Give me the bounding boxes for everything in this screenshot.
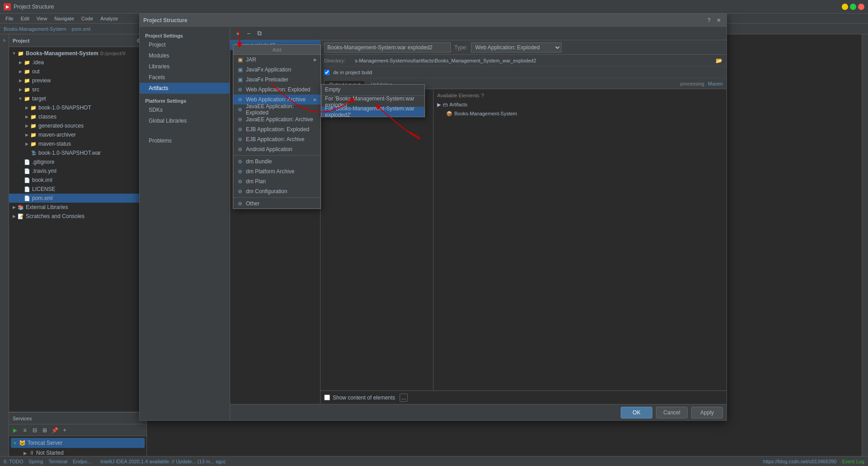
artifact-type-select[interactable]: Web Application: Exploded <box>471 43 561 52</box>
tree-out[interactable]: ▶ 📁 out <box>9 67 146 76</box>
tree-maven-archiver[interactable]: ▶ 📁 maven-archiver <box>9 130 146 139</box>
services-add-btn[interactable]: + <box>61 426 69 434</box>
tree-book-snapshot[interactable]: ▶ 📁 book-1.0-SNAPSHOT <box>9 103 146 112</box>
dropdown-dm-plan[interactable]: ⊕ dm Plan <box>233 176 321 186</box>
not-started-label: Not Started <box>36 450 64 456</box>
menu-analyze[interactable]: Analyze <box>97 15 122 22</box>
tree-maven-status[interactable]: ▶ 📁 maven-status <box>9 139 146 148</box>
tree-scratches[interactable]: ▶ 📝 Scratches and Consoles <box>9 212 146 221</box>
menu-code[interactable]: Code <box>78 15 97 22</box>
tree-target[interactable]: ▼ 📁 target <box>9 94 146 103</box>
ok-button[interactable]: OK <box>621 407 652 418</box>
maximize-button[interactable] <box>850 4 856 10</box>
nav-libraries[interactable]: Libraries <box>140 61 230 72</box>
tree-generated[interactable]: ▶ 📁 generated-sources <box>9 121 146 130</box>
type-label: Type: <box>454 44 467 51</box>
dropdown-javafx-preloader[interactable]: ▣ JavaFx Preloader <box>233 75 321 85</box>
webapp-exploded-icon: ⊕ <box>237 86 243 93</box>
nav-sdks[interactable]: SDKs <box>140 105 230 115</box>
remove-artifact-btn[interactable]: − <box>244 29 254 38</box>
dropdown-other[interactable]: ⊕ Other <box>233 199 321 209</box>
minimize-button[interactable] <box>842 4 848 10</box>
avail-bms-item[interactable]: 📦 Books-Management-System <box>437 109 723 118</box>
title-bar: ▶ Project Structure <box>0 0 868 14</box>
dropdown-android[interactable]: ⊕ Android Application <box>233 144 321 154</box>
tree-external[interactable]: ▶ 📚 External Libraries <box>9 203 146 212</box>
status-todo[interactable]: 6: TODO <box>4 459 24 464</box>
breadcrumb-file[interactable]: pom.xml <box>71 26 90 32</box>
menu-edit[interactable]: Edit <box>17 15 33 22</box>
dropdown-javaee-exploded[interactable]: ⊕ JavaEE Application: Exploded <box>233 105 321 114</box>
services-play-btn[interactable]: ▶ <box>11 426 19 434</box>
tree-license[interactable]: 📄 LICENSE <box>9 185 146 194</box>
nav-problems[interactable]: Problems <box>140 135 230 146</box>
submenu-for-war-exploded2[interactable]: For 'Books-Management-System:war explode… <box>321 107 425 117</box>
cancel-button[interactable]: Cancel <box>656 407 688 418</box>
tree-pom[interactable]: 📄 pom.xml <box>9 194 146 203</box>
status-terminal[interactable]: Terminal <box>48 459 67 464</box>
status-endpo[interactable]: Endpo... <box>73 459 91 464</box>
tomcat-service-item[interactable]: ▼ 🐱 Tomcat Server <box>11 438 145 448</box>
include-build-label: de in project build <box>333 70 372 75</box>
tree-preview[interactable]: ▶ 📁 preview <box>9 76 146 85</box>
tree-gitignore[interactable]: 📄 .gitignore <box>9 157 146 166</box>
services-pin-btn[interactable]: 📌 <box>51 426 59 434</box>
tree-root[interactable]: ▼ 📁 Books-Management-System D:/project/V <box>9 49 146 58</box>
menu-navigate[interactable]: Navigate <box>51 15 77 22</box>
avail-artifacts-section[interactable]: ▶ 🗃 Artifacts <box>437 100 723 109</box>
dialog-title: Project Structure <box>143 17 187 24</box>
dialog-close-btn[interactable]: ✕ <box>715 16 723 24</box>
dropdown-javaee-archive[interactable]: ⊕ JavaEE Application: Archive <box>233 114 321 124</box>
tree-src[interactable]: ▶ 📁 src <box>9 85 146 94</box>
nav-modules[interactable]: Modules <box>140 50 230 61</box>
nav-facets[interactable]: Facets <box>140 72 230 83</box>
nav-project[interactable]: Project <box>140 39 230 50</box>
dm-config-icon: ⊕ <box>237 188 243 195</box>
dropdown-dm-bundle[interactable]: ⊕ dm Bundle <box>233 157 321 166</box>
event-log-label[interactable]: Event Log <box>842 459 864 464</box>
tree-iml[interactable]: 📄 book.iml <box>9 176 146 185</box>
available-help-icon[interactable]: ? <box>481 93 484 98</box>
add-dropdown-header: Add <box>233 45 321 55</box>
dm-platform-icon: ⊕ <box>237 168 243 175</box>
dropdown-sep2 <box>233 197 321 198</box>
services-list-btn[interactable]: ≡ <box>21 426 29 434</box>
tree-travis[interactable]: 📄 .travis.yml <box>9 166 146 176</box>
dropdown-dm-config[interactable]: ⊕ dm Configuration <box>233 186 321 196</box>
include-build-checkbox[interactable] <box>324 70 330 75</box>
dropdown-jar[interactable]: ▣ JAR ▶ <box>233 55 321 65</box>
breadcrumb-project[interactable]: Books-Management-System <box>4 26 66 32</box>
services-filter-btn[interactable]: ⊞ <box>41 426 49 434</box>
show-content-checkbox[interactable] <box>324 395 330 400</box>
add-artifact-btn[interactable]: + <box>233 29 243 38</box>
jar-icon: ▣ <box>237 57 243 63</box>
project-icon[interactable]: P <box>0 36 9 44</box>
show-content-options-btn[interactable]: ... <box>400 394 408 402</box>
nav-artifacts[interactable]: Artifacts <box>140 83 230 94</box>
services-title: Services <box>13 416 32 421</box>
dropdown-dm-platform[interactable]: ⊕ dm Platform Archive <box>233 166 321 176</box>
javaee-exploded-icon: ⊕ <box>237 106 243 113</box>
tree-war-file[interactable]: 🗜 book-1.0-SNAPSHOT.war <box>9 148 146 157</box>
dropdown-webapp-exploded[interactable]: ⊕ Web Application: Exploded <box>233 85 321 95</box>
tree-classes[interactable]: ▶ 📁 classes <box>9 112 146 121</box>
copy-artifact-btn[interactable]: ⧉ <box>255 29 264 38</box>
browse-dir-btn[interactable]: 📂 <box>715 57 723 65</box>
ejb-exploded-icon: ⊕ <box>237 126 243 133</box>
dialog-title-bar: Project Structure ? ✕ <box>140 14 726 27</box>
submenu-empty[interactable]: Empty <box>321 85 425 95</box>
menu-view[interactable]: View <box>33 15 51 22</box>
services-group-btn[interactable]: ⊟ <box>31 426 39 434</box>
artifact-name-input[interactable] <box>324 43 451 52</box>
dropdown-javafx-app[interactable]: ▣ JavaFx Application <box>233 65 321 75</box>
dropdown-ejb-exploded[interactable]: ⊕ EJB Application: Exploded <box>233 124 321 134</box>
nav-global-libraries[interactable]: Global Libraries <box>140 115 230 126</box>
dropdown-ejb-archive[interactable]: ⊕ EJB Application: Archive <box>233 134 321 144</box>
status-spring[interactable]: Spring <box>29 459 43 464</box>
tree-idea[interactable]: ▶ 📁 .idea <box>9 58 146 67</box>
apply-button[interactable]: Apply <box>691 407 723 418</box>
dialog-help-btn[interactable]: ? <box>705 16 713 24</box>
close-button[interactable] <box>858 4 864 10</box>
menu-file[interactable]: File <box>2 15 17 22</box>
javafx-preloader-icon: ▣ <box>237 76 243 83</box>
